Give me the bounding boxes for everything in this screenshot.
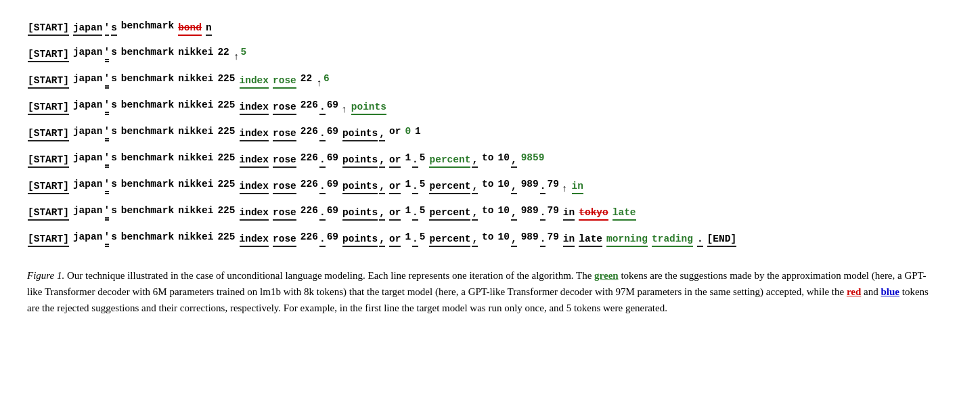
sequence-line-1: [START] japan ' s benchmark — [27, 20, 953, 36]
token-start-1: [START] — [28, 22, 69, 36]
token-japan-3: japan — [73, 73, 103, 89]
sequence-line-3: [START] japan ' s benchmark nikkei 225 i… — [27, 73, 953, 89]
token-start-2: [START] — [28, 49, 69, 62]
figure-caption: Figure 1. Our technique illustrated in t… — [27, 267, 941, 316]
caption-green-word: green — [594, 270, 619, 281]
sequence-line-5: [START] japan ' s benchmark nikkei 225 i… — [27, 126, 953, 141]
main-container: [START] japan ' s benchmark — [27, 20, 953, 316]
token-benchmark-2: benchmark — [121, 47, 174, 62]
caption-red-word: red — [847, 286, 861, 297]
token-apos-1: ' — [104, 22, 110, 36]
sequence-line-8: [START] japan ' s benchmark nikkei 225 i… — [27, 205, 953, 221]
token-22-2: 22 — [217, 47, 229, 62]
token-s-2: s — [111, 47, 117, 62]
token-japan-2: japan — [73, 47, 103, 62]
token-tick-2: ↑ — [233, 51, 240, 62]
token-bond-1: bond — [178, 22, 202, 36]
sequence-line-2: [START] japan ' s benchmark — [27, 47, 953, 62]
token-nikkei-2: nikkei — [178, 47, 213, 62]
sequence-line-4: [START] japan ' s benchmark nikkei 225 i… — [27, 99, 953, 115]
sequence-line-7: [START] japan ' s benchmark nikkei 225 i… — [27, 179, 953, 194]
token-apos-2: ' — [104, 47, 110, 62]
token-n-1: n — [206, 22, 212, 36]
token-benchmark-1: benchmark — [121, 20, 174, 36]
sequence-line-9: [START] japan ' s benchmark nikkei 225 i… — [27, 231, 953, 247]
caption-text-between: and — [861, 286, 881, 297]
token-s-1: s — [111, 22, 117, 36]
caption-blue-word: blue — [881, 286, 899, 297]
token-5-2: 5 — [241, 47, 247, 62]
token-japan-1: japan — [73, 22, 103, 36]
sequence-display: [START] japan ' s benchmark — [27, 20, 953, 247]
sequence-line-6: [START] japan ' s benchmark nikkei 225 i… — [27, 152, 953, 168]
figure-label: Figure 1. — [27, 270, 64, 281]
token-start-3: [START] — [28, 75, 69, 89]
caption-text-before-green: Our technique illustrated in the case of… — [67, 270, 594, 281]
